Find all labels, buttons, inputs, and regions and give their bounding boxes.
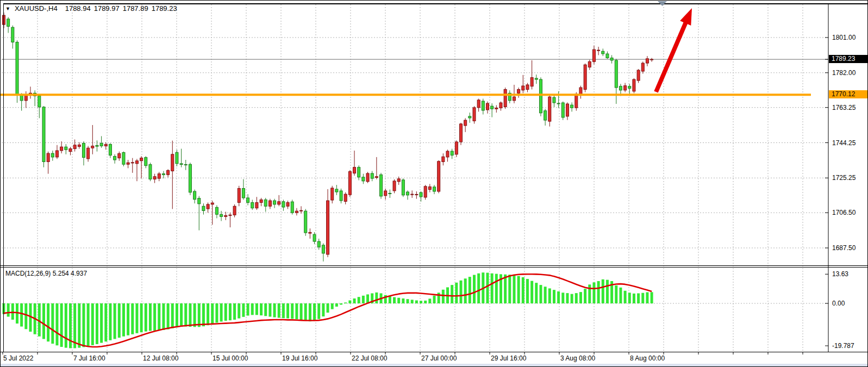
price-axis-label: 1763.25 — [832, 104, 855, 111]
symbol-period-label: XAUUSD-,H4 — [15, 4, 58, 13]
ohlc-low: 1787.89 — [123, 4, 148, 13]
time-axis-label: 12 Jul 08:00 — [143, 354, 178, 362]
macd-axis-label: -19.787 — [832, 342, 854, 350]
price-axis-label: 1725.25 — [832, 174, 855, 182]
hline-price-badge: 1770.12 — [829, 90, 868, 98]
macd-histogram — [3, 272, 653, 348]
chart-title: ▼ XAUUSD-,H4 1788.94 1789.97 1787.89 178… — [5, 4, 180, 13]
gridlines — [2, 4, 828, 351]
macd-indicator-label: MACD(12,26,9) 5.254 4.937 — [5, 270, 87, 277]
chart-window: ▼ XAUUSD-,H4 1788.94 1789.97 1787.89 178… — [0, 0, 868, 367]
macd-axis-label: 0.00 — [832, 300, 845, 307]
macd-axis-label: 13.63 — [832, 270, 848, 278]
time-axis-label: 22 Jul 08:00 — [352, 354, 387, 362]
symbol-dropdown-icon: ▼ — [5, 6, 10, 11]
time-axis-label: 15 Jul 00:00 — [213, 354, 248, 362]
time-axis-label: 5 Jul 2022 — [3, 354, 33, 362]
window-bottom-strip — [1, 364, 868, 367]
price-axis-label: 1687.50 — [832, 244, 855, 252]
time-axis-label: 29 Jul 16:00 — [491, 354, 526, 362]
time-axis-label: 7 Jul 16:00 — [73, 354, 105, 362]
time-axis-label: 19 Jul 16:00 — [282, 354, 317, 362]
current-price-badge: 1789.23 — [829, 55, 868, 63]
time-axis-label: 3 Aug 08:00 — [560, 354, 595, 362]
price-axis-label: 1801.00 — [832, 34, 855, 41]
candles — [3, 13, 653, 262]
candlestick-chart[interactable] — [1, 1, 868, 367]
ohlc-close: 1789.23 — [152, 4, 177, 13]
time-axis-label: 27 Jul 00:00 — [421, 354, 457, 362]
ohlc-high: 1789.97 — [94, 4, 120, 13]
price-axis-label: 1706.50 — [832, 209, 855, 216]
trend-arrow-annotation[interactable] — [656, 8, 692, 92]
price-axis-label: 1782.00 — [832, 69, 855, 77]
time-axis-label: 8 Aug 00:00 — [630, 354, 665, 362]
price-axis-label: 1744.25 — [832, 139, 855, 147]
ohlc-open: 1788.94 — [65, 4, 91, 13]
